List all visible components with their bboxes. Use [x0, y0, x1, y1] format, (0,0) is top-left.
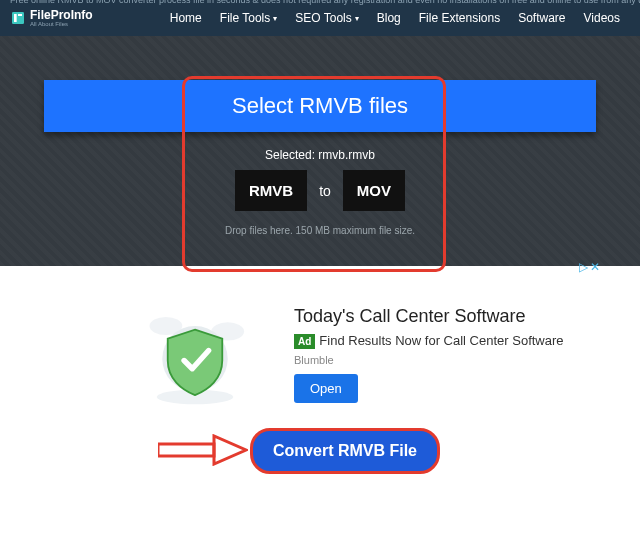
nav-item-label: SEO Tools [295, 11, 351, 25]
annotation-arrow-icon [158, 434, 248, 466]
select-files-button[interactable]: Select RMVB files [44, 80, 596, 132]
svg-rect-7 [158, 444, 214, 456]
hero-panel: Select RMVB files Selected: rmvb.rmvb RM… [0, 36, 640, 266]
nav-item-software[interactable]: Software [518, 11, 565, 25]
drop-hint: Drop files here. 150 MB maximum file siz… [20, 225, 620, 236]
ad-choice-icon[interactable]: ▷ [579, 260, 588, 274]
nav-item-file-tools[interactable]: File Tools ▾ [220, 11, 277, 25]
nav-item-seo-tools[interactable]: SEO Tools ▾ [295, 11, 358, 25]
nav-item-label: File Tools [220, 11, 270, 25]
ad-description: AdFind Results Now for Call Center Softw… [294, 333, 600, 350]
svg-marker-8 [214, 436, 246, 464]
select-files-label: Select RMVB files [232, 93, 408, 119]
topbar-blurb: Free online RMVB to MOV converter proces… [0, 0, 640, 5]
chevron-down-icon: ▾ [273, 14, 277, 23]
nav-item-home[interactable]: Home [170, 11, 202, 25]
source-format-box[interactable]: RMVB [235, 170, 307, 211]
convert-row: Convert RMVB File [40, 428, 600, 478]
shield-illustration [120, 306, 270, 406]
logo-text: FileProInfo All About Files [30, 9, 93, 27]
ad-text-block: Today's Call Center Software AdFind Resu… [294, 306, 600, 403]
ad-row: Today's Call Center Software AdFind Resu… [40, 306, 600, 406]
target-format-box[interactable]: MOV [343, 170, 405, 211]
selected-file-text: Selected: rmvb.rmvb [20, 148, 620, 162]
ad-info-icons[interactable]: ▷ ✕ [579, 260, 600, 274]
format-row: RMVB to MOV [20, 170, 620, 211]
nav: Home File Tools ▾ SEO Tools ▾ Blog File … [170, 11, 620, 25]
nav-item-videos[interactable]: Videos [584, 11, 620, 25]
ad-title[interactable]: Today's Call Center Software [294, 306, 600, 327]
nav-item-blog[interactable]: Blog [377, 11, 401, 25]
ad-open-button[interactable]: Open [294, 374, 358, 403]
logo[interactable]: FileProInfo All About Files [10, 9, 93, 27]
chevron-down-icon: ▾ [355, 14, 359, 23]
to-word: to [315, 183, 335, 199]
convert-file-button[interactable]: Convert RMVB File [250, 428, 440, 474]
ad-desc-text: Find Results Now for Call Center Softwar… [319, 333, 563, 348]
close-ad-icon[interactable]: ✕ [590, 260, 600, 274]
svg-rect-0 [12, 12, 24, 24]
svg-rect-2 [18, 14, 22, 16]
lower-section: ▷ ✕ Today's Call Center Software AdFind … [0, 266, 640, 498]
svg-rect-1 [14, 14, 17, 22]
ad-source: Blumble [294, 354, 600, 366]
logo-main: FileProInfo [30, 9, 93, 21]
ad-badge: Ad [294, 334, 315, 349]
logo-sub: All About Files [30, 21, 93, 27]
topbar: Free online RMVB to MOV converter proces… [0, 0, 640, 36]
nav-item-file-ext[interactable]: File Extensions [419, 11, 500, 25]
logo-icon [10, 10, 26, 26]
